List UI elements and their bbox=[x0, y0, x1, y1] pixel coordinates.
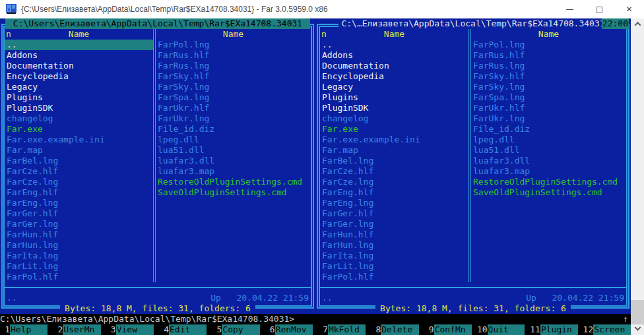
function-key[interactable]: 9 ConfMn bbox=[424, 324, 472, 335]
command-line[interactable]: C:\Users\Елизавета\AppData\Local\Temp\Ra… bbox=[0, 314, 631, 324]
file-row[interactable]: FarSpa.lng bbox=[471, 92, 626, 103]
scroll-up-button[interactable] bbox=[631, 18, 644, 30]
file-row[interactable]: SaveOldPluginSettings.cmd bbox=[156, 187, 311, 198]
left-panel-path-bar[interactable]: C:\Users\Елизавета\AppData\Local\Temp\Ra… bbox=[5, 18, 310, 29]
file-row[interactable]: FarIta.lng bbox=[320, 251, 468, 261]
file-row[interactable]: changelog bbox=[5, 113, 153, 124]
file-row[interactable]: FarEng.lng bbox=[5, 198, 153, 208]
minimize-button[interactable]: — bbox=[555, 0, 585, 18]
function-key[interactable]: 3 View bbox=[106, 324, 154, 335]
file-row[interactable]: FarRus.hlf bbox=[471, 50, 626, 61]
right-panel-path[interactable]: C:\…Елизавета\AppData\Local\Temp\Rar$EXa… bbox=[338, 18, 607, 29]
file-row[interactable]: FarBel.lng bbox=[320, 156, 468, 166]
function-key-label[interactable]: Screen bbox=[593, 324, 631, 335]
file-row[interactable]: FarBel.lng bbox=[5, 156, 153, 166]
file-row[interactable]: FarHun.lng bbox=[320, 240, 468, 251]
file-row[interactable]: Legacy bbox=[320, 82, 468, 92]
file-row[interactable]: FarGer.hlf bbox=[5, 208, 153, 219]
file-row[interactable]: luafar3.map bbox=[156, 166, 311, 177]
file-row[interactable]: changelog bbox=[320, 113, 468, 124]
column-header[interactable]: Name bbox=[156, 29, 311, 40]
file-row[interactable]: FarUkr.hlf bbox=[156, 103, 311, 113]
file-row[interactable]: lua51.dll bbox=[471, 145, 626, 156]
function-key-label[interactable]: Edit bbox=[169, 324, 207, 335]
file-row[interactable]: FarGer.hlf bbox=[320, 208, 468, 219]
column-header[interactable]: Name bbox=[471, 29, 626, 40]
vertical-scrollbar[interactable] bbox=[631, 18, 644, 335]
file-row[interactable]: Documentation bbox=[320, 61, 468, 71]
file-row[interactable]: FarLit.lng bbox=[320, 261, 468, 272]
file-row[interactable]: FarPol.hlf bbox=[320, 272, 468, 282]
function-key[interactable]: 6 RenMov bbox=[265, 324, 313, 335]
file-row[interactable]: Addons bbox=[320, 50, 468, 61]
file-row[interactable]: Plugins bbox=[320, 92, 468, 103]
file-row[interactable]: FarHun.hlf bbox=[320, 229, 468, 240]
file-row[interactable]: File_id.diz bbox=[471, 124, 626, 135]
close-button[interactable]: ✕ bbox=[614, 0, 644, 18]
function-key-label[interactable]: ConfMn bbox=[434, 324, 472, 335]
file-row[interactable]: Far.map bbox=[5, 145, 153, 156]
function-key-label[interactable]: Plugin bbox=[540, 324, 578, 335]
file-row[interactable]: RestoreOldPluginSettings.cmd bbox=[156, 177, 311, 187]
file-row[interactable]: FarCze.hlf bbox=[5, 166, 153, 177]
file-row[interactable]: FarPol.lng bbox=[156, 40, 311, 50]
file-row[interactable]: FarUkr.lng bbox=[471, 113, 626, 124]
function-key[interactable]: 7 MkFold bbox=[318, 324, 366, 335]
file-row[interactable]: luafar3.map bbox=[471, 166, 626, 177]
file-row[interactable]: Legacy bbox=[5, 82, 153, 92]
function-key[interactable]: 10 Quit bbox=[477, 324, 525, 335]
scroll-down-button[interactable] bbox=[631, 324, 644, 335]
function-key[interactable]: 11 Plugin bbox=[530, 324, 577, 335]
file-row[interactable]: FarRus.lng bbox=[156, 61, 311, 71]
file-row[interactable]: Plugins bbox=[5, 92, 153, 103]
function-key[interactable]: 8 Delete bbox=[371, 324, 418, 335]
file-row[interactable]: Encyclopedia bbox=[5, 71, 153, 82]
file-row[interactable]: FarPol.hlf bbox=[5, 272, 153, 282]
file-row[interactable]: Far.exe bbox=[5, 124, 153, 135]
file-row[interactable]: luafar3.dll bbox=[156, 156, 311, 166]
left-panel-path[interactable]: C:\Users\Елизавета\AppData\Local\Temp\Ra… bbox=[5, 18, 310, 29]
column-header[interactable]: Name bbox=[320, 29, 468, 40]
history-arrow-icon[interactable]: ↑ bbox=[623, 314, 628, 324]
function-key-label[interactable]: View bbox=[116, 324, 154, 335]
file-row[interactable]: FarEng.hlf bbox=[320, 187, 468, 198]
file-row[interactable]: FarSpa.lng bbox=[156, 92, 311, 103]
file-row[interactable]: FarHun.lng bbox=[5, 240, 153, 251]
file-row[interactable]: Addons bbox=[5, 50, 153, 61]
file-row[interactable]: lpeg.dll bbox=[156, 135, 311, 145]
file-row[interactable]: FarRus.lng bbox=[471, 61, 626, 71]
file-row[interactable]: FarLit.lng bbox=[5, 261, 153, 272]
function-key[interactable]: 1 Help bbox=[0, 324, 48, 335]
function-key-label[interactable]: Delete bbox=[381, 324, 418, 335]
function-key[interactable]: 2 UserMn bbox=[53, 324, 100, 335]
file-row[interactable]: FarCze.lng bbox=[5, 177, 153, 187]
file-row[interactable]: FarSky.lng bbox=[156, 82, 311, 92]
file-row[interactable]: File_id.diz bbox=[156, 124, 311, 135]
file-row[interactable]: FarCze.hlf bbox=[320, 166, 468, 177]
file-row[interactable]: Far.exe bbox=[320, 124, 468, 135]
file-row[interactable]: FarSky.hlf bbox=[471, 71, 626, 82]
column-header[interactable]: Name bbox=[5, 29, 153, 40]
file-row[interactable]: Encyclopedia bbox=[320, 71, 468, 82]
function-key-label[interactable]: Quit bbox=[488, 324, 525, 335]
file-row[interactable]: FarEng.hlf bbox=[5, 187, 153, 198]
file-row[interactable]: FarHun.hlf bbox=[5, 229, 153, 240]
function-key-label[interactable]: MkFold bbox=[328, 324, 366, 335]
file-row[interactable]: FarGer.lng bbox=[320, 219, 468, 229]
file-row[interactable]: FarSky.lng bbox=[471, 82, 626, 92]
scrollbar-thumb[interactable] bbox=[631, 300, 644, 324]
file-row[interactable]: SaveOldPluginSettings.cmd bbox=[471, 187, 626, 198]
file-row[interactable]: PluginSDK bbox=[320, 103, 468, 113]
file-row[interactable]: luafar3.dll bbox=[471, 156, 626, 166]
file-row[interactable]: lua51.dll bbox=[156, 145, 311, 156]
file-row[interactable]: .. bbox=[320, 40, 468, 50]
file-row[interactable]: PluginSDK bbox=[5, 103, 153, 113]
file-row[interactable]: FarGer.lng bbox=[5, 219, 153, 229]
file-row[interactable]: FarSky.hlf bbox=[156, 71, 311, 82]
file-row[interactable]: Far.exe.example.ini bbox=[320, 135, 468, 145]
file-row[interactable]: RestoreOldPluginSettings.cmd bbox=[471, 177, 626, 187]
file-row[interactable]: .. bbox=[5, 40, 153, 50]
function-key-label[interactable]: RenMov bbox=[275, 324, 313, 335]
file-row[interactable]: FarCze.lng bbox=[320, 177, 468, 187]
right-panel-path-bar[interactable]: C:\…Елизавета\AppData\Local\Temp\Rar$EXa… bbox=[321, 18, 626, 29]
